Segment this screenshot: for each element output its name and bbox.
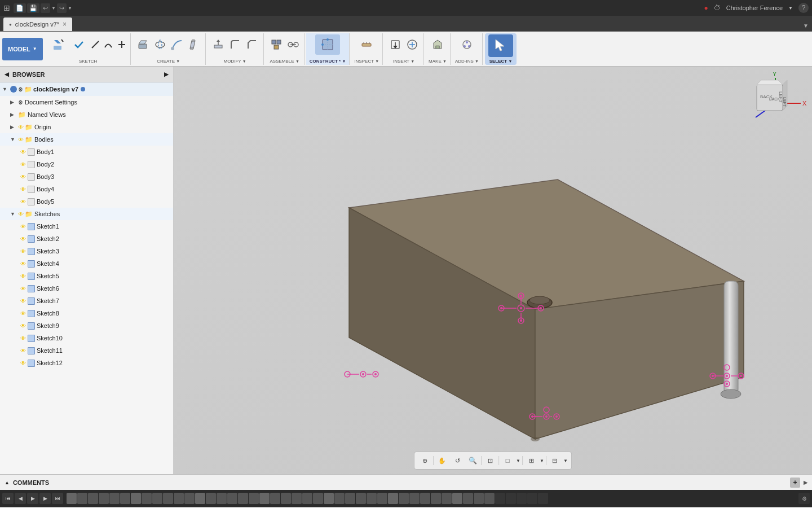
select-button[interactable] <box>488 34 513 57</box>
grid-button[interactable]: ⊞ <box>524 454 538 467</box>
comments-collapse-icon[interactable]: ▲ <box>5 480 10 485</box>
add-ins-label[interactable]: ADD-INS ▼ <box>455 59 479 64</box>
doc-settings-arrow[interactable]: ▶ <box>10 99 18 105</box>
joint-button[interactable] <box>285 34 301 55</box>
tree-item-sketch11[interactable]: 👁 Sketch11 <box>0 344 173 357</box>
timeline-frame[interactable] <box>292 493 302 504</box>
browser-expand-icon[interactable]: ▶ <box>164 71 169 77</box>
undo-dropdown[interactable]: ▼ <box>51 6 56 11</box>
tree-item-doc-settings[interactable]: ▶ ⚙ Document Settings <box>0 96 173 108</box>
snap-button[interactable]: ⊕ <box>418 454 431 467</box>
named-views-arrow[interactable]: ▶ <box>10 112 18 117</box>
timeline-frame[interactable] <box>409 493 420 504</box>
timeline-frame[interactable] <box>367 493 377 504</box>
timeline-frame[interactable] <box>120 493 130 504</box>
select-label[interactable]: SELECT ▼ <box>489 59 513 64</box>
timeline-frame[interactable] <box>174 493 184 504</box>
timeline-frame[interactable] <box>184 493 195 504</box>
comments-add-button[interactable]: + <box>790 478 800 488</box>
insert-label[interactable]: INSERT ▼ <box>393 59 414 64</box>
app-grid-icon[interactable]: ⊞ <box>3 3 10 12</box>
tree-item-sketch1[interactable]: 👁 Sketch1 <box>0 220 173 233</box>
timeline-frame[interactable] <box>195 493 205 504</box>
timeline-frame[interactable] <box>463 493 473 504</box>
line-tool[interactable] <box>89 34 102 55</box>
chamfer-button[interactable] <box>244 34 260 55</box>
timeline-frame[interactable] <box>238 493 248 504</box>
tree-item-body3[interactable]: 👁 Body3 <box>0 170 173 183</box>
model-button[interactable]: MODEL ▼ <box>2 38 43 60</box>
press-pull-button[interactable] <box>210 34 226 55</box>
prev-start-button[interactable]: ⏮ <box>2 493 14 504</box>
new-file-icon[interactable]: 📄 <box>14 3 26 13</box>
create-label[interactable]: CREATE ▼ <box>157 59 180 64</box>
comments-expand-button[interactable]: ▶ <box>804 480 807 485</box>
timeline-frame-inactive[interactable] <box>517 493 527 504</box>
prev-button[interactable]: ◀ <box>15 493 26 504</box>
tree-item-origin[interactable]: ▶ 👁 📁 Origin <box>0 121 173 133</box>
root-collapse-icon[interactable]: ▼ <box>2 86 10 92</box>
zoom-button[interactable]: 🔍 <box>466 454 479 467</box>
new-component-button[interactable] <box>268 34 284 55</box>
sweep-button[interactable] <box>169 34 185 55</box>
timeline-frame-inactive[interactable] <box>495 493 505 504</box>
view-cube[interactable]: X Y BACK LEFT BACK LEFT <box>744 72 806 134</box>
timeline-frame[interactable] <box>377 493 387 504</box>
tree-item-body5[interactable]: 👁 Body5 <box>0 195 173 208</box>
inspect-label[interactable]: INSPECT ▼ <box>354 59 379 64</box>
redo-dropdown[interactable]: ▼ <box>68 6 72 11</box>
tree-item-sketch3[interactable]: 👁 Sketch3 <box>0 245 173 257</box>
model-dropdown-arrow[interactable]: ▼ <box>33 46 37 51</box>
timeline-frame[interactable] <box>474 493 484 504</box>
timeline-frame[interactable] <box>420 493 430 504</box>
timeline-frame[interactable] <box>281 493 291 504</box>
timeline-frame-inactive[interactable] <box>506 493 516 504</box>
timeline-frame[interactable] <box>452 493 462 504</box>
origin-arrow[interactable]: ▶ <box>10 124 18 130</box>
timeline-frame[interactable] <box>259 493 270 504</box>
bodies-arrow[interactable]: ▼ <box>10 137 18 142</box>
play-button[interactable]: ▶ <box>27 493 38 504</box>
timeline-frame[interactable] <box>206 493 216 504</box>
tree-item-sketch7[interactable]: 👁 Sketch7 <box>0 295 173 307</box>
next-button[interactable]: ▶ <box>39 493 51 504</box>
finish-sketch-button[interactable] <box>70 34 88 55</box>
timeline-frame[interactable] <box>227 493 237 504</box>
undo-btn[interactable]: ↩ <box>41 3 50 13</box>
tab-expand-button[interactable]: ▼ <box>803 23 809 29</box>
tree-item-root[interactable]: ▼ ⚙ 📁 clockDesign v7 <box>0 82 173 96</box>
redo-btn[interactable]: ↪ <box>57 3 67 13</box>
orbit-button[interactable]: ↺ <box>451 454 464 467</box>
timeline-frame-inactive[interactable] <box>527 493 537 504</box>
construct-button[interactable] <box>315 34 340 55</box>
grid-dropdown[interactable]: ▼ <box>540 458 544 463</box>
user-dropdown[interactable]: ▼ <box>788 6 793 11</box>
timeline-frame[interactable] <box>109 493 120 504</box>
tree-item-sketch4[interactable]: 👁 Sketch4 <box>0 257 173 270</box>
timeline-frame[interactable] <box>356 493 366 504</box>
timeline-frame[interactable] <box>313 493 323 504</box>
construct-label[interactable]: CONSTRUCT * ▼ <box>310 59 346 64</box>
timeline-frame[interactable] <box>442 493 452 504</box>
sketch-label[interactable]: SKETCH <box>79 59 97 64</box>
tab-close-button[interactable]: × <box>63 20 67 28</box>
tree-item-body4[interactable]: 👁 Body4 <box>0 183 173 195</box>
document-tab[interactable]: ● clockDesign v7* × <box>3 17 72 31</box>
measure-button[interactable] <box>359 34 374 55</box>
timeline-settings-button[interactable]: ⚙ <box>798 493 810 504</box>
timeline-frame[interactable] <box>217 493 227 504</box>
assemble-label[interactable]: ASSEMBLE ▼ <box>270 59 299 64</box>
timeline-frame[interactable] <box>399 493 409 504</box>
tree-item-sketch2[interactable]: 👁 Sketch2 <box>0 233 173 245</box>
tree-item-sketch10[interactable]: 👁 Sketch10 <box>0 332 173 344</box>
help-button[interactable]: ? <box>798 3 809 13</box>
more-sketch-tools[interactable] <box>116 34 128 55</box>
display-mode-button[interactable]: □ <box>501 454 514 467</box>
timeline-frame[interactable] <box>270 493 280 504</box>
fit-view-button[interactable]: ⊡ <box>483 454 497 467</box>
arc-tool[interactable] <box>102 34 114 55</box>
viewport[interactable]: X Y BACK LEFT BACK LEFT ⊕ <box>174 67 812 474</box>
display-mode-dropdown[interactable]: ▼ <box>516 458 520 463</box>
sketch-create-button[interactable] <box>48 34 69 55</box>
save-icon[interactable]: 💾 <box>27 3 39 13</box>
